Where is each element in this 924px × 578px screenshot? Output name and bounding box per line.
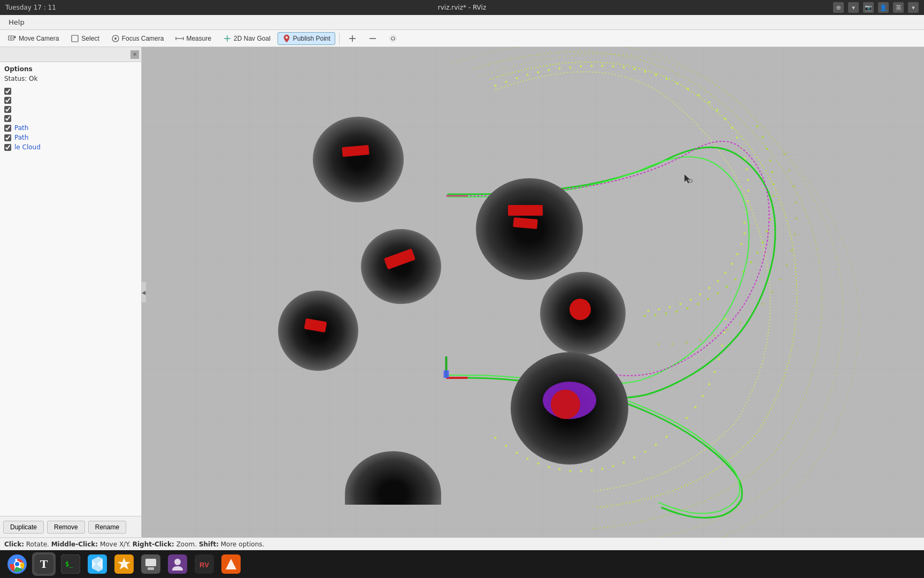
taskbar-typora[interactable]: T [32,552,56,576]
shift-action: More options. [219,541,264,548]
panel-item-path2: Path [4,133,137,142]
shift-label: Shift: [199,541,219,548]
obstacle-3 [278,291,358,371]
main-area: ✕ Options Status: Ok [0,47,924,537]
taskbar-chrome[interactable] [5,552,29,576]
obstacle-2 [361,229,441,304]
item-label-path1[interactable]: Path [14,124,28,132]
svg-point-1 [10,37,12,39]
minus-icon-btn[interactable] [364,32,382,45]
checkbox-4[interactable] [4,115,11,122]
taskbar-terminal[interactable]: $_ [59,552,82,576]
middle-click-label: Middle-Click: [51,541,98,548]
duplicate-button[interactable]: Duplicate [3,521,44,534]
titlebar-title: rviz.rviz* - RViz [438,4,486,11]
checkbox-3[interactable] [4,106,11,113]
taskbar-vscode[interactable] [86,552,109,576]
checkbox-path1[interactable] [4,125,11,132]
focus-camera-label: Focus Camera [122,35,164,42]
statusbar: Click: Rotate. Middle-Click: Move X/Y. R… [0,537,924,550]
svg-point-159 [174,559,181,565]
checkbox-1[interactable] [4,88,11,95]
dropdown-icon[interactable]: ▾ [848,2,859,13]
expand-icon[interactable]: ▾ [908,2,919,13]
toolbar: Move Camera Select Focus Camera Measure … [0,30,924,47]
publish-point-icon [282,34,291,43]
checkbox-path2[interactable] [4,134,11,141]
panel-item-4 [4,114,137,123]
measure-label: Measure [186,35,211,42]
svg-rect-156 [145,559,156,566]
click-label: Click: [4,541,24,548]
user-icon: 👤 [878,2,889,13]
rename-button[interactable]: Rename [88,521,126,534]
move-camera-button[interactable]: Move Camera [3,32,64,45]
titlebar-time: Tuesday 17 : 11 [5,4,56,11]
viewport[interactable] [142,47,924,537]
right-click-action: Zoom. [174,541,199,548]
lang-icon[interactable]: 英 [893,2,904,13]
checkbox-cloud[interactable] [4,144,11,151]
plus-icon-btn[interactable] [343,32,361,45]
publish-point-button[interactable]: Publish Point [278,32,335,45]
obstacle-2-marker [384,248,415,269]
publish-point-label: Publish Point [293,35,330,42]
left-panel: ✕ Options Status: Ok [0,47,142,537]
panel-header: ✕ [0,47,141,62]
svg-text:$_: $_ [65,560,73,568]
panel-item-cloud: le Cloud [4,142,137,152]
obstacle-4-marker-1 [508,205,543,216]
svg-point-19 [390,35,396,42]
obstacle-4-marker-2 [513,217,537,229]
panel-close-button[interactable]: ✕ [130,50,139,59]
svg-marker-2 [14,35,16,38]
taskbar-app9[interactable] [219,552,243,576]
titlebar-right: ⊕ ▾ 📷 👤 英 ▾ [833,2,919,13]
obstacle-1 [313,117,404,202]
svg-rect-157 [148,567,154,570]
obstacle-5-marker [569,299,591,320]
panel-footer: Duplicate Remove Rename [0,516,141,537]
measure-button[interactable]: Measure [171,32,216,45]
options-title: Options [4,65,137,73]
panel-item-3 [4,105,137,114]
svg-text:T: T [40,557,48,571]
obstacle-1-marker [342,145,369,157]
click-action: Rotate. [24,541,51,548]
taskbar-app6[interactable] [139,552,163,576]
item-label-cloud[interactable]: le Cloud [14,143,41,151]
camera-icon: 📷 [863,2,874,13]
panel-item-path1: Path [4,123,137,133]
svg-point-14 [286,36,288,39]
obstacle-3-marker [304,318,327,333]
panel-content: Options Status: Ok Path [0,62,141,516]
remove-button[interactable]: Remove [47,521,85,534]
obstacle-5 [540,272,626,355]
svg-text:RV: RV [199,561,209,569]
middle-click-action: Move X/Y. [98,541,133,548]
obstacle-6 [511,352,628,465]
taskbar-app7[interactable] [166,552,189,576]
nav-goal-icon [223,34,232,43]
svg-point-13 [226,37,228,40]
item-label-path2[interactable]: Path [14,134,28,141]
svg-rect-21 [142,47,924,537]
svg-point-18 [391,37,395,40]
svg-rect-3 [72,35,78,42]
settings-icon-btn[interactable] [384,32,402,45]
2d-nav-goal-label: 2D Nav Goal [234,35,271,42]
obstacle-4 [476,178,583,280]
taskbar-rviz[interactable]: RV [192,552,216,576]
collapse-panel-handle[interactable]: ◀ [141,282,147,303]
menu-help[interactable]: Help [4,16,29,28]
2d-nav-goal-button[interactable]: 2D Nav Goal [218,32,275,45]
checkbox-2[interactable] [4,97,11,104]
select-button[interactable]: Select [66,32,104,45]
taskbar-app5[interactable] [112,552,136,576]
focus-camera-button[interactable]: Focus Camera [106,32,169,45]
svg-rect-0 [9,36,14,40]
right-click-label: Right-Click: [133,541,174,548]
toolbar-separator-1 [339,33,340,44]
panel-item-1 [4,87,137,96]
taskbar: T $_ [0,550,924,578]
